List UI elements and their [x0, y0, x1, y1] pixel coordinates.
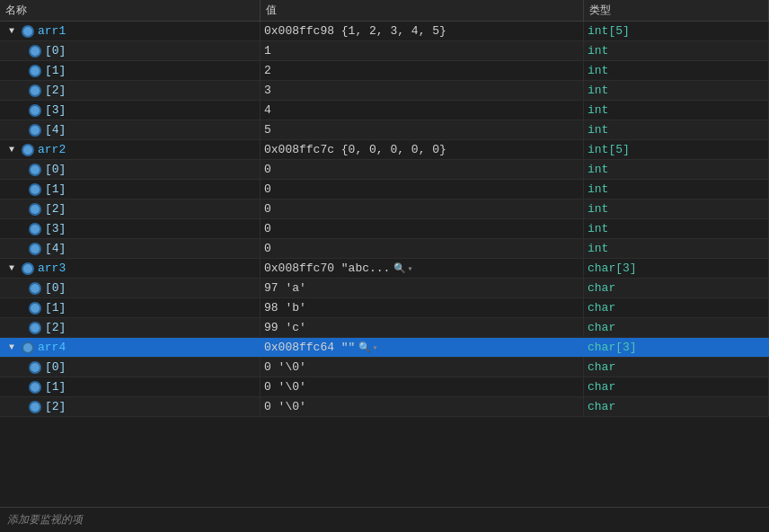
cell-value: 97 'a' — [261, 279, 584, 297]
variable-name-index: [1] — [45, 182, 66, 196]
cell-value: 0 — [261, 200, 584, 218]
value-text: 0x008ffc70 "abc... — [264, 262, 390, 275]
table-row[interactable]: [0]97 'a'char — [0, 279, 769, 298]
table-row[interactable]: [2]0 '\0'char — [0, 397, 769, 417]
type-text: int — [588, 84, 608, 97]
cell-name: [2] — [0, 200, 261, 218]
variable-name-index: [4] — [45, 242, 66, 255]
header-name: 名称 — [0, 0, 261, 21]
table-row[interactable]: [3]4int — [0, 101, 769, 120]
value-text: 3 — [264, 84, 271, 97]
cell-value: 0x008ffc70 "abc...🔍▾ — [261, 259, 584, 278]
table-row[interactable]: [4]5int — [0, 120, 769, 140]
variable-icon — [29, 84, 41, 97]
cell-type: int — [584, 239, 769, 258]
table-row[interactable]: [2]99 'c'char — [0, 318, 769, 338]
cell-type: int — [584, 101, 769, 120]
expand-arrow[interactable] — [9, 145, 20, 155]
variable-name-index: [2] — [45, 202, 66, 216]
variable-icon — [22, 25, 34, 38]
cell-name: arr3 — [0, 259, 261, 278]
value-text: 0 — [264, 242, 271, 255]
table-row[interactable]: arr10x008ffc98 {1, 2, 3, 4, 5}int[5] — [0, 22, 769, 41]
cell-name: [1] — [0, 61, 261, 80]
expand-arrow[interactable] — [9, 263, 20, 273]
table-row[interactable]: [0]0int — [0, 160, 769, 180]
table-row[interactable]: [2]3int — [0, 81, 769, 101]
cell-name: [2] — [0, 318, 261, 337]
table-row[interactable]: [1]0 '\0'char — [0, 377, 769, 397]
table-row[interactable]: arr30x008ffc70 "abc...🔍▾char[3] — [0, 259, 769, 279]
variable-icon — [29, 65, 41, 77]
variable-icon — [29, 322, 41, 334]
dropdown-icon[interactable]: ▾ — [372, 342, 377, 353]
type-text: int — [588, 182, 608, 196]
value-text: 0 '\0' — [264, 400, 306, 413]
variable-icon — [29, 302, 41, 315]
cell-value: 0x008ffc7c {0, 0, 0, 0, 0} — [261, 140, 584, 159]
variable-name-index: [3] — [45, 103, 66, 117]
magnify-icon[interactable]: 🔍 — [393, 262, 406, 274]
variable-name-index: [2] — [45, 84, 66, 97]
variable-name-index: [0] — [45, 360, 66, 374]
value-text: 4 — [264, 103, 271, 117]
variable-icon — [29, 223, 41, 235]
type-text: int — [588, 163, 608, 176]
value-text: 0x008ffc64 "" — [264, 341, 355, 354]
table-row[interactable]: [0]1int — [0, 41, 769, 61]
variable-icon — [29, 183, 41, 196]
cell-value: 0x008ffc98 {1, 2, 3, 4, 5} — [261, 22, 584, 40]
cell-value: 3 — [261, 81, 584, 100]
table-row[interactable]: [1]2int — [0, 61, 769, 81]
add-watch-footer[interactable]: 添加要监视的项 — [0, 507, 769, 532]
cell-type: char — [584, 358, 769, 377]
variable-icon — [22, 262, 34, 275]
variable-icon — [29, 381, 41, 394]
type-text: int — [588, 202, 608, 216]
cell-name: [4] — [0, 120, 261, 139]
table-row[interactable]: [1]0int — [0, 180, 769, 200]
expand-arrow[interactable] — [9, 26, 20, 36]
magnify-icon[interactable]: 🔍 — [358, 341, 371, 353]
value-text: 2 — [264, 64, 271, 77]
table-row[interactable]: [0]0 '\0'char — [0, 358, 769, 377]
value-text: 0 — [264, 202, 271, 216]
dropdown-icon[interactable]: ▾ — [407, 263, 412, 274]
cell-value: 0 — [261, 219, 584, 238]
cell-type: char — [584, 318, 769, 337]
table-row[interactable]: arr20x008ffc7c {0, 0, 0, 0, 0}int[5] — [0, 140, 769, 160]
table-row[interactable]: [3]0int — [0, 219, 769, 239]
variable-icon — [22, 341, 34, 354]
cell-name: [0] — [0, 279, 261, 297]
cell-type: char — [584, 397, 769, 416]
variable-name-root: arr2 — [38, 143, 66, 156]
table-row[interactable]: [2]0int — [0, 200, 769, 219]
value-text: 0x008ffc98 {1, 2, 3, 4, 5} — [264, 24, 446, 38]
cell-name: arr4 — [0, 338, 261, 357]
value-text: 98 'b' — [264, 301, 306, 315]
value-text: 0 '\0' — [264, 380, 306, 394]
table-body[interactable]: arr10x008ffc98 {1, 2, 3, 4, 5}int[5][0]1… — [0, 22, 769, 507]
value-text: 0 — [264, 182, 271, 196]
type-text: char — [588, 281, 615, 295]
variable-icon — [29, 401, 41, 413]
variable-name-index: [0] — [45, 44, 66, 58]
cell-value: 0 '\0' — [261, 358, 584, 377]
cell-type: char — [584, 298, 769, 317]
variable-icon — [29, 282, 41, 295]
variable-name-index: [0] — [45, 281, 66, 295]
type-text: int — [588, 103, 608, 117]
cell-type: int[5] — [584, 22, 769, 40]
variable-name-index: [2] — [45, 400, 66, 413]
expand-arrow[interactable] — [9, 342, 20, 352]
header-value: 值 — [261, 0, 584, 21]
cell-value: 0 '\0' — [261, 397, 584, 416]
table-row[interactable]: [1]98 'b'char — [0, 298, 769, 318]
cell-name: [4] — [0, 239, 261, 258]
table-row[interactable]: [4]0int — [0, 239, 769, 259]
cell-value: 0 — [261, 239, 584, 258]
cell-name: [1] — [0, 180, 261, 199]
table-row[interactable]: arr40x008ffc64 ""🔍▾char[3] — [0, 338, 769, 358]
cell-type: int — [584, 41, 769, 60]
type-text: char — [588, 301, 615, 315]
